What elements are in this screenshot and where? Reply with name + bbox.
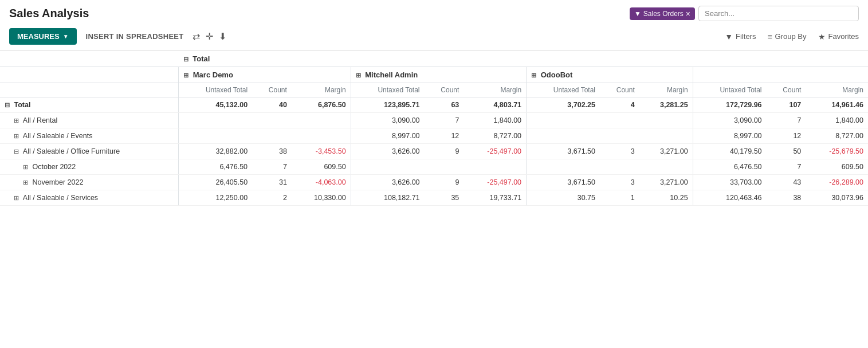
toolbar: MEASURES ▼ INSERT IN SPREADSHEET ⇄ ✛ ⬇ ▼… [0,25,868,51]
row-header-empty [0,51,179,67]
cell [639,159,693,175]
table-row: ⊞ November 2022 26,405.50 31 -4,063.00 3… [0,175,868,190]
cell [252,128,292,144]
cell: 107 [767,97,806,113]
page-title: Sales Analysis [9,7,89,20]
mitchell-untaxed-header: Untaxed Total [351,83,424,97]
filters-button[interactable]: ▼ Filters [725,32,756,41]
cell: 1,840.00 [806,113,868,128]
cell: 32,882.00 [179,144,252,159]
grand-total-header [693,67,868,83]
cell: 19,733.71 [464,190,526,206]
cell: 7 [252,159,292,175]
cell: 6,476.50 [179,159,252,175]
odoo-expand-icon[interactable]: ⊞ [531,72,536,79]
swap-icon[interactable]: ⇄ [193,31,200,42]
measures-label: MEASURES [17,32,60,41]
total-untaxed-header: Untaxed Total [693,83,766,97]
cell: 123,895.71 [351,97,424,113]
filters-label: Filters [736,32,756,41]
cell: -4,063.00 [292,175,351,190]
cell [600,113,639,128]
cell: 120,463.46 [693,190,766,206]
header-groups-row: ⊞ Marc Demo ⊞ Mitchell Admin ⊞ OdooBot [0,67,868,83]
cell [527,159,600,175]
marc-expand-icon[interactable]: ⊞ [183,72,188,79]
marc-margin-header: Margin [292,83,351,97]
cell: 26,405.50 [179,175,252,190]
cell: 7 [767,113,806,128]
search-input[interactable] [698,6,859,21]
row-label: ⊞ All / Saleable / Events [0,128,179,144]
download-icon[interactable]: ⬇ [219,31,226,42]
total-row-minus-icon[interactable]: ⊟ [5,101,10,108]
services-expand-icon[interactable]: ⊞ [14,194,19,201]
cell: 14,961.46 [806,97,868,113]
cell: 10.25 [639,190,693,206]
marc-demo-header: ⊞ Marc Demo [179,67,351,83]
total-margin-header: Margin [806,83,868,97]
filter-remove-button[interactable]: × [686,10,690,18]
toolbar-icons: ⇄ ✛ ⬇ [193,31,226,42]
filter-funnel-icon: ▼ [725,32,733,41]
groupby-label: Group By [775,32,807,41]
row-label: ⊞ October 2022 [0,159,179,175]
cell: 1 [600,190,639,206]
cell: 609.50 [292,159,351,175]
move-icon[interactable]: ✛ [206,31,213,42]
cell: 3,090.00 [693,113,766,128]
nov-expand-icon[interactable]: ⊞ [23,179,28,186]
cell: 9 [425,144,464,159]
cell: 43 [767,175,806,190]
cell [179,128,252,144]
cell: 8,997.00 [351,128,424,144]
cell: 31 [252,175,292,190]
cell [351,159,424,175]
furniture-minus-icon[interactable]: ⊟ [14,148,19,155]
filter-tag[interactable]: ▼ Sales Orders × [630,7,695,20]
row-label: ⊞ All / Saleable / Services [0,190,179,206]
cell: 6,876.50 [292,97,351,113]
cell: 3 [600,175,639,190]
cell: 38 [252,144,292,159]
cell: 30.75 [527,190,600,206]
cell: 172,729.96 [693,97,766,113]
insert-spreadsheet-button[interactable]: INSERT IN SPREADSHEET [86,32,184,41]
header-cols-row: Untaxed Total Count Margin Untaxed Total… [0,83,868,97]
rental-expand-icon[interactable]: ⊞ [14,117,19,124]
table-row: ⊞ All / Saleable / Events 8,997.00 12 8,… [0,128,868,144]
favorites-button[interactable]: ★ Favorites [818,32,859,41]
cell: 4 [600,97,639,113]
groupby-button[interactable]: ≡ Group By [767,32,806,41]
groupby-icon: ≡ [767,32,772,41]
total-minus-icon[interactable]: ⊟ [183,56,188,62]
mitchell-expand-icon[interactable]: ⊞ [356,72,361,79]
measures-arrow-icon: ▼ [63,33,69,40]
cell: 4,803.71 [464,97,526,113]
cell: -26,289.00 [806,175,868,190]
cell: 7 [425,113,464,128]
row-label: ⊞ November 2022 [0,175,179,190]
row-label: ⊞ All / Rental [0,113,179,128]
cell: 63 [425,97,464,113]
cell: 2 [252,190,292,206]
mitchell-margin-header: Margin [464,83,526,97]
cell: 8,997.00 [693,128,766,144]
measures-button[interactable]: MEASURES ▼ [9,28,77,45]
table-row: ⊞ All / Rental 3,090.00 7 1,840.00 3,090… [0,113,868,128]
cell: 108,182.71 [351,190,424,206]
cell: 50 [767,144,806,159]
search-area: ▼ Sales Orders × [630,6,859,21]
total-header: ⊟ Total [179,51,693,67]
cell [600,159,639,175]
marc-untaxed-header: Untaxed Total [179,83,252,97]
row-label: ⊟ All / Saleable / Office Furniture [0,144,179,159]
events-expand-icon[interactable]: ⊞ [14,132,19,139]
oct-expand-icon[interactable]: ⊞ [23,163,28,170]
cell: 3,271.00 [639,144,693,159]
cell: 6,476.50 [693,159,766,175]
cell: 1,840.00 [464,113,526,128]
cell [179,113,252,128]
cell [292,128,351,144]
cell: 3,626.00 [351,144,424,159]
